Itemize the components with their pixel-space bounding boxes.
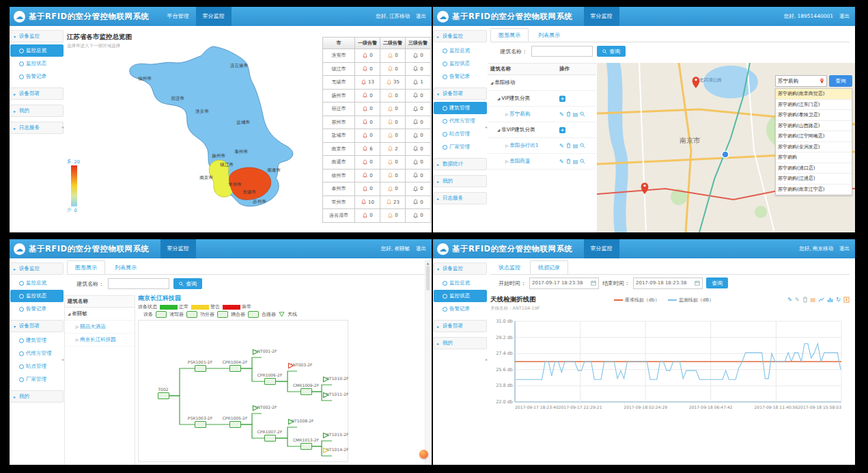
device-node-antenna[interactable]: ANT003-2F <box>288 362 315 368</box>
table-row[interactable]: 连云港市 0 0 0 <box>323 209 431 223</box>
map-city-label[interactable]: 无锡市 <box>242 189 256 195</box>
jiangsu-province-map[interactable]: 连云港市 徐州市 宿迁市 淮安市 盐城市 扬州市 泰州市 镇江市 南京市 常州市… <box>112 38 317 221</box>
sidebar-item[interactable]: 告警记录 <box>434 303 487 315</box>
store-result-item[interactable]: 苏宁易购(金润发店) <box>776 142 852 153</box>
clear-icon[interactable] <box>802 297 808 303</box>
delete-icon[interactable] <box>566 159 571 164</box>
sidebar-item[interactable]: ▸ 设备监控 <box>434 30 487 42</box>
sidebar-item[interactable]: ▾ 设备监控 <box>10 30 64 42</box>
sidebar-item[interactable]: 厂家管理 <box>10 373 64 386</box>
edit-icon[interactable]: ✎ <box>559 159 564 165</box>
nav-item[interactable]: 室分监控 <box>196 7 232 26</box>
device-node-antenna[interactable]: ANT1008-2F <box>288 418 315 424</box>
line-loss-chart[interactable]: 22.0 db23.8 db25.6 db27.4 db29.2 db31.0 … <box>490 317 851 424</box>
scrollbar[interactable]: ▲ <box>425 260 431 464</box>
end-time-input[interactable]: 2017-09-18 18:23:38 <box>633 278 703 289</box>
tree-expander-icon[interactable]: ◢ <box>497 128 500 132</box>
device-node-reader[interactable]: T002 <box>150 387 177 401</box>
logout-link[interactable]: 退出 <box>416 13 426 20</box>
sidebar-item[interactable]: 站点管理 <box>434 128 487 140</box>
table-row[interactable]: 镇江市 0 0 0 <box>323 63 431 77</box>
sidebar-item[interactable]: 监控总览 <box>434 44 487 57</box>
tree-item[interactable]: ▷南京长江科技园 <box>65 334 135 347</box>
tree-expander-icon[interactable]: ▷ <box>505 144 508 148</box>
map-city-label[interactable]: 宿迁市 <box>171 96 184 102</box>
store-result-item[interactable]: 苏宁易购(浦口店) <box>776 163 852 174</box>
sidebar-item[interactable]: ▸ 日志服务 <box>10 122 64 134</box>
tree-root-item[interactable]: ◢崔丽敏 <box>65 308 135 321</box>
tab[interactable]: 图形展示 <box>490 28 529 42</box>
list-icon[interactable]: ▤ <box>573 143 578 149</box>
map-city-label[interactable]: 徐州市 <box>138 75 152 81</box>
device-node-combiner[interactable]: CMR1013-2F <box>292 437 320 451</box>
device-node-coupler[interactable]: CPR1004-2F <box>221 360 249 373</box>
sidebar-item[interactable]: 监控总览 <box>10 44 64 57</box>
view-icon[interactable] <box>580 159 585 164</box>
line-chart-icon[interactable] <box>818 297 824 303</box>
table-row[interactable]: 扬州市 0 0 0 <box>323 90 431 103</box>
query-button[interactable]: 查询 <box>597 46 626 57</box>
store-result-item[interactable]: 苏宁易购(南京江宁店) <box>776 185 852 195</box>
sidebar-item[interactable]: ▸ 数据统计 <box>434 158 487 170</box>
table-row[interactable]: 淮安市 0 0 0 <box>323 49 431 63</box>
store-result-item[interactable]: 苏宁易购 <box>776 152 852 163</box>
legend-item[interactable]: 基准线损（db） <box>614 297 660 303</box>
map-city-label[interactable]: 南京市 <box>199 174 213 180</box>
sidebar-item[interactable]: ▸ 我的 <box>434 175 487 187</box>
start-time-input[interactable]: 2017-09-17 18:23:38 <box>529 278 599 289</box>
device-node-coupler[interactable]: CPR1007-2F <box>256 429 283 443</box>
refresh-icon[interactable]: ↻ <box>836 297 841 303</box>
sidebar-item[interactable]: ▸ 设备部署 <box>10 87 64 100</box>
tree-row[interactable]: ◢ 非VIP建筑分类 + ✎ ▤ <box>488 122 596 138</box>
map-city-label[interactable]: 镇江市 <box>220 161 234 167</box>
tree-expander-icon[interactable]: ▷ <box>505 112 508 116</box>
sidebar-collapse-handle[interactable]: ◂ <box>61 357 64 362</box>
query-button[interactable]: 查询 <box>706 278 728 288</box>
nav-item[interactable]: 室分监控 <box>160 239 196 258</box>
tree-row[interactable]: ▷ 阜阳步行街1 + ✎ ▤ <box>488 138 596 154</box>
sidebar-collapse-handle[interactable]: ◂ <box>61 124 64 129</box>
store-result-item[interactable]: 苏宁易购(南京商贸店) <box>776 89 852 100</box>
store-result-item[interactable]: 苏宁易购(江浦店) <box>776 174 852 185</box>
sidebar-item[interactable]: 监控状态 <box>10 290 64 302</box>
device-node-coupler[interactable]: CPR1005-2F <box>221 416 249 429</box>
logout-link[interactable]: 退出 <box>416 245 426 252</box>
table-row[interactable]: 常州市 10 23 0 <box>323 196 431 210</box>
tree-expander-icon[interactable]: ▷ <box>76 338 79 342</box>
sidebar-item[interactable]: ▸ 我的 <box>10 105 64 117</box>
sidebar-item[interactable]: 监控总览 <box>434 277 487 289</box>
sidebar-item[interactable]: ▾ 设备部署 <box>10 320 64 332</box>
device-node-antenna[interactable]: ANT1011-2F <box>322 392 350 397</box>
tree-item[interactable]: ▷丽晶大酒店 <box>65 321 135 334</box>
edit-icon[interactable]: ✎ <box>559 111 564 118</box>
map-city-label[interactable]: 盐城市 <box>236 120 250 126</box>
sidebar-item[interactable]: 告警记录 <box>10 303 64 315</box>
edit-icon[interactable]: ✎ <box>559 143 564 149</box>
tab[interactable]: 状态监控 <box>490 260 529 274</box>
view-icon[interactable] <box>580 111 585 117</box>
device-node-splitter[interactable]: PSR1001-2F <box>186 360 214 373</box>
sidebar-item[interactable]: 厂家管理 <box>434 141 487 153</box>
device-node-antenna[interactable]: ANT1014-2F <box>322 447 350 452</box>
store-result-item[interactable]: 苏宁易购(山西路店) <box>776 121 852 132</box>
store-result-item[interactable]: 苏宁易购(孝陵卫店) <box>776 110 852 121</box>
query-button[interactable]: 查询 <box>173 278 202 289</box>
view-icon[interactable] <box>580 143 585 148</box>
tab[interactable]: 列表展示 <box>530 28 568 42</box>
map-search-button[interactable]: 查询 <box>829 75 852 87</box>
table-row[interactable]: 南京市 6 2 0 <box>323 143 431 157</box>
sidebar-item[interactable]: 监控总览 <box>10 277 64 289</box>
table-row[interactable]: 泰州市 0 0 0 <box>323 183 431 196</box>
device-node-coupler[interactable]: CPR1006-2F <box>256 373 283 386</box>
map-city-label[interactable]: 常州市 <box>228 182 242 188</box>
tree-expander-icon[interactable]: ◢ <box>490 81 493 85</box>
table-row[interactable]: 南通市 0 0 0 <box>323 156 431 170</box>
map-city-label[interactable]: 苏州市 <box>253 198 266 204</box>
tree-expander-icon[interactable]: ◢ <box>497 96 500 100</box>
table-row[interactable]: 徐州市 0 0 0 <box>323 170 431 183</box>
store-result-item[interactable]: 苏宁易购(江东门店) <box>776 100 852 111</box>
sidebar-item[interactable]: ▸ 设备监控 <box>10 262 64 275</box>
map-search-input[interactable]: 苏宁易购 <box>775 75 827 87</box>
logout-link[interactable]: 退出 <box>839 13 850 20</box>
tree-expander-icon[interactable]: ▷ <box>505 159 508 163</box>
